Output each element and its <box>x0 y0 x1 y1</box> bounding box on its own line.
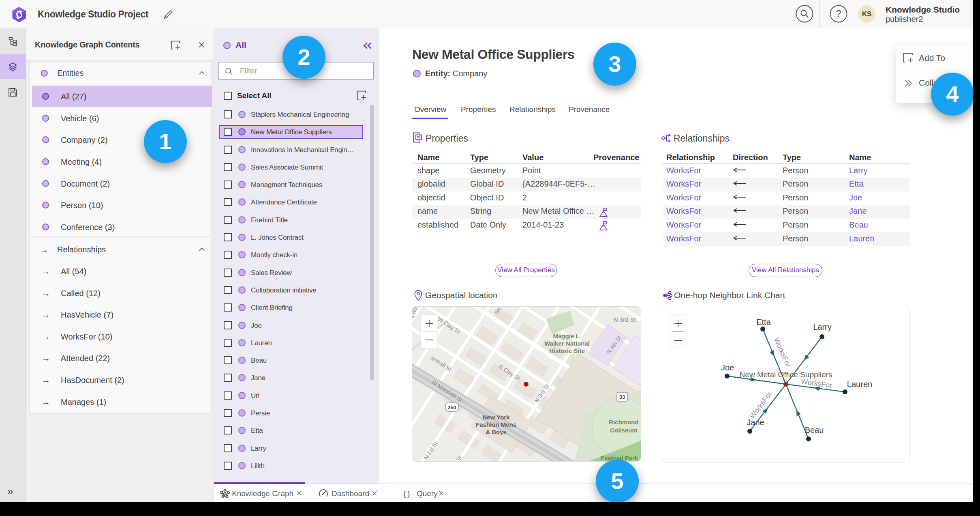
svg-text:Joe: Joe <box>721 363 734 372</box>
svg-text:?: ? <box>836 9 841 19</box>
svg-text:& Boys: & Boys <box>486 428 507 435</box>
svg-text:Etta: Etta <box>756 318 771 327</box>
svg-text:New Metal Office Suppliers: New Metal Office Suppliers <box>740 370 832 379</box>
svg-text:N 3rd St: N 3rd St <box>614 316 636 323</box>
svg-text:Larry: Larry <box>813 322 832 331</box>
svg-text:Maggie L.: Maggie L. <box>553 333 581 340</box>
svg-text:WorksFor: WorksFor <box>772 336 793 368</box>
svg-text:Historic Site: Historic Site <box>549 347 585 354</box>
svg-text:Walker National: Walker National <box>544 340 590 347</box>
svg-text:33: 33 <box>619 394 625 400</box>
svg-text:Lauren: Lauren <box>847 380 872 389</box>
svg-text:Coliseum: Coliseum <box>610 427 638 434</box>
svg-text:Richmond: Richmond <box>609 419 638 426</box>
svg-text:Beau: Beau <box>805 426 824 434</box>
svg-text:Jane: Jane <box>747 418 764 427</box>
svg-text:New York: New York <box>483 414 510 421</box>
svg-text:250: 250 <box>447 404 456 411</box>
svg-text:Fashion Mens: Fashion Mens <box>476 421 516 428</box>
